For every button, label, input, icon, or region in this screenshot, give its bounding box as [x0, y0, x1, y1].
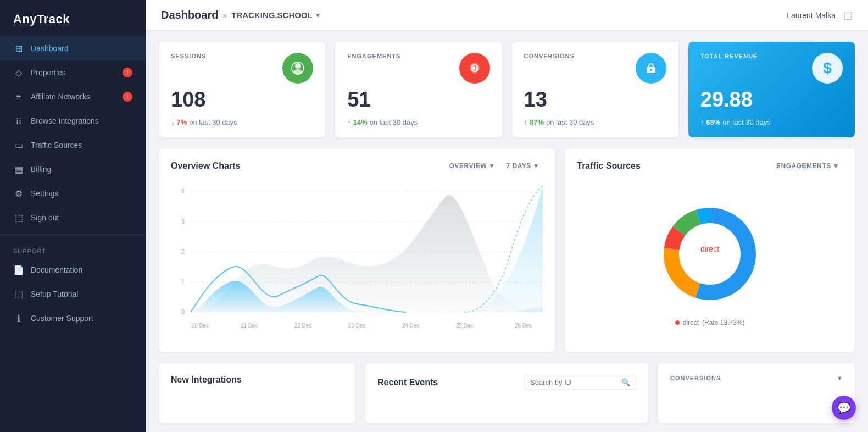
- svg-text:2: 2: [181, 248, 185, 255]
- sidebar-item-dashboard[interactable]: ⊞ Dashboard: [0, 36, 146, 60]
- sessions-card: SESSIONS 108 ↓ 7% on last 30 days: [159, 42, 325, 137]
- sidebar-item-label: Settings: [31, 189, 59, 198]
- recent-events-header: Recent Events 🔍: [377, 375, 636, 390]
- sidebar-item-traffic-sources[interactable]: ▭ Traffic Sources: [0, 133, 146, 157]
- revenue-header: TOTAL REVENUE $: [700, 53, 843, 84]
- search-box[interactable]: 🔍: [524, 375, 636, 390]
- sessions-suffix: on last 30 days: [189, 118, 237, 126]
- revenue-label: TOTAL REVENUE: [700, 53, 758, 59]
- sidebar-item-label: Documentation: [31, 265, 82, 274]
- support-section-label: Support: [0, 239, 146, 258]
- chevron-down-icon: ▼: [833, 162, 839, 170]
- conversions-bottom-header: CONVERSIONS ▼: [670, 375, 843, 381]
- topbar: Dashboard » TRACKING.SCHOOL ▼ Laurent Ma…: [146, 0, 868, 31]
- content-area: SESSIONS 108 ↓ 7% on last 30 days: [146, 31, 868, 432]
- engagements-header: ENGAGEMENTS: [347, 53, 489, 84]
- svg-text:0: 0: [181, 308, 185, 315]
- engagements-suffix: on last 30 days: [370, 118, 418, 126]
- svg-text:22 Dec: 22 Dec: [294, 322, 311, 329]
- sidebar-item-browse-integrations[interactable]: ⁞⁞ Browse Integrations: [0, 109, 146, 133]
- svg-text:4: 4: [181, 187, 185, 195]
- billing-icon: ▤: [13, 164, 24, 175]
- settings-icon: ⚙: [13, 188, 24, 199]
- conversions-value: 13: [524, 88, 666, 112]
- svg-text:24 Dec: 24 Dec: [402, 322, 419, 329]
- svg-text:21 Dec: 21 Dec: [241, 322, 258, 329]
- traffic-chart-title: Traffic Sources: [577, 161, 641, 171]
- sidebar-item-setup-tutorial[interactable]: ⬚ Setup Tutorial: [0, 282, 146, 306]
- sidebar-item-label: Affiliate Networks: [31, 92, 90, 101]
- engagements-value: 51: [347, 88, 489, 112]
- sidebar-item-billing[interactable]: ▤ Billing: [0, 157, 146, 181]
- revenue-card: TOTAL REVENUE $ 29.88 ↑ 68% on last 30 d…: [688, 42, 855, 137]
- search-input[interactable]: [530, 378, 618, 386]
- conversions-label: CONVERSIONS: [524, 53, 575, 59]
- new-integrations-card: New Integrations: [159, 363, 355, 423]
- sidebar-item-documentation[interactable]: 📄 Documentation: [0, 258, 146, 282]
- integrations-icon: ⁞⁞: [13, 115, 24, 126]
- conversions-label: CONVERSIONS: [670, 375, 721, 381]
- overview-chart-svg: 4 3 2 1 0: [171, 180, 543, 340]
- sessions-footer: ↓ 7% on last 30 days: [171, 118, 313, 126]
- bottom-row: New Integrations Recent Events 🔍 CONVERS…: [159, 363, 855, 423]
- sidebar-item-label: Customer Support: [31, 314, 93, 323]
- app-logo: AnyTrack: [0, 0, 146, 36]
- sidebar-item-sign-out[interactable]: ⬚ Sign out: [0, 206, 146, 230]
- chat-bubble[interactable]: 💬: [832, 396, 856, 420]
- recent-events-card: Recent Events 🔍: [365, 363, 648, 423]
- sidebar-item-label: Traffic Sources: [31, 141, 82, 149]
- topbar-right: Laurent Malka ⬚: [787, 9, 853, 21]
- overview-chart-controls: OVERVIEW ▼ 7 DAYS ▼: [446, 160, 543, 171]
- sidebar-item-label: Billing: [31, 165, 51, 174]
- svg-text:direct: direct: [700, 245, 719, 253]
- sidebar-item-affiliate-networks[interactable]: ≡ Affiliate Networks !: [0, 85, 146, 109]
- sidebar-item-customer-support[interactable]: ℹ Customer Support: [0, 306, 146, 330]
- signout-icon: ⬚: [13, 212, 24, 223]
- sidebar-item-label: Browse Integrations: [31, 117, 99, 125]
- chevron-down-icon: ▼: [488, 162, 495, 170]
- chat-icon: 💬: [837, 401, 851, 414]
- engagements-card: ENGAGEMENTS 51 ↑ 14% on last 30 days: [335, 42, 502, 137]
- engagements-trend-icon: ↑: [347, 118, 351, 126]
- property-selector[interactable]: TRACKING.SCHOOL ▼: [231, 10, 321, 20]
- search-icon: 🔍: [621, 378, 630, 386]
- chevron-down-icon: ▼: [533, 162, 539, 170]
- overview-chart-header: Overview Charts OVERVIEW ▼ 7 DAYS ▼: [171, 160, 543, 171]
- svg-point-0: [295, 63, 301, 69]
- breadcrumb-arrow: »: [222, 11, 227, 20]
- svg-text:20 Dec: 20 Dec: [192, 322, 209, 329]
- main-content: Dashboard » TRACKING.SCHOOL ▼ Laurent Ma…: [146, 0, 868, 432]
- legend-label: direct: [683, 319, 699, 326]
- revenue-icon: $: [812, 53, 843, 84]
- legend-rate: (Rate 13.73%): [702, 319, 744, 326]
- traffic-filter-button[interactable]: ENGAGEMENTS ▼: [773, 160, 843, 171]
- user-name: Laurent Malka: [787, 11, 836, 20]
- donut-chart: direct direct (Rate 13.73%): [577, 180, 843, 340]
- conversions-trend-icon: ↑: [524, 118, 528, 126]
- tutorial-icon: ⬚: [13, 289, 24, 300]
- chevron-down-icon[interactable]: ▼: [837, 375, 843, 381]
- logout-icon[interactable]: ⬚: [843, 9, 853, 21]
- sidebar-nav: ⊞ Dashboard ◇ Properties ! ≡ Affiliate N…: [0, 36, 146, 432]
- sidebar: AnyTrack ⊞ Dashboard ◇ Properties ! ≡ Af…: [0, 0, 146, 432]
- engagements-label: ENGAGEMENTS: [347, 53, 400, 59]
- overview-svg: 4 3 2 1 0: [171, 180, 543, 334]
- stats-row: SESSIONS 108 ↓ 7% on last 30 days: [159, 42, 855, 137]
- conversions-pct: 87%: [530, 118, 544, 126]
- engagements-footer: ↑ 14% on last 30 days: [347, 118, 489, 126]
- revenue-pct: 68%: [706, 118, 720, 126]
- conversions-suffix: on last 30 days: [546, 118, 594, 126]
- new-integrations-header: New Integrations: [171, 375, 343, 385]
- sidebar-item-properties[interactable]: ◇ Properties !: [0, 60, 146, 85]
- revenue-footer: ↑ 68% on last 30 days: [700, 118, 843, 126]
- sessions-label: SESSIONS: [171, 53, 206, 59]
- overview-view-button[interactable]: OVERVIEW ▼: [446, 160, 499, 171]
- affiliate-badge: !: [123, 92, 132, 102]
- sidebar-item-label: Dashboard: [31, 44, 69, 53]
- svg-text:1: 1: [181, 278, 185, 285]
- conversions-icon: [636, 53, 666, 84]
- engagements-pct: 14%: [353, 118, 368, 126]
- sidebar-item-settings[interactable]: ⚙ Settings: [0, 181, 146, 206]
- overview-days-button[interactable]: 7 DAYS ▼: [503, 160, 543, 171]
- svg-text:26 Dec: 26 Dec: [515, 322, 532, 329]
